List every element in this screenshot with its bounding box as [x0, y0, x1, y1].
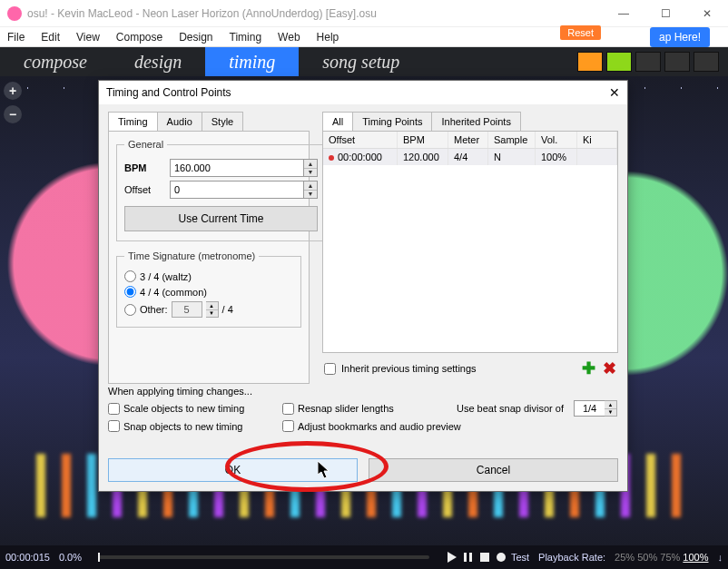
- timing-points-grid[interactable]: Offset BPM Meter Sample Vol. Ki 00:00:00…: [322, 131, 618, 353]
- col-vol[interactable]: Vol.: [536, 132, 577, 148]
- col-ki[interactable]: Ki: [577, 132, 617, 148]
- ts-other-radio[interactable]: [124, 304, 136, 316]
- points-tab-all[interactable]: All: [322, 112, 353, 131]
- combo-color-2[interactable]: [606, 52, 632, 72]
- app-icon: [7, 6, 22, 21]
- menu-help[interactable]: Help: [317, 31, 339, 44]
- general-fieldset: General BPM ▲▼ Offset: [116, 139, 326, 241]
- divisor-label: Use beat snap divisor of: [457, 403, 564, 414]
- col-bpm[interactable]: BPM: [398, 132, 448, 148]
- rate-100[interactable]: 100%: [683, 552, 708, 563]
- inherit-label: Inherit previous timing settings: [341, 363, 477, 374]
- combo-color-1[interactable]: [577, 52, 603, 72]
- adjust-bookmarks-checkbox[interactable]: [282, 420, 294, 432]
- rate-25[interactable]: 25%: [615, 552, 635, 563]
- resnap-sliders-checkbox[interactable]: [282, 403, 294, 415]
- status-bar: 00:00:015 0.0% Test Playback Rate: 25% 5…: [0, 545, 728, 569]
- col-sample[interactable]: Sample: [488, 132, 536, 148]
- menu-compose[interactable]: Compose: [116, 31, 162, 44]
- ts-44-label: 4 / 4 (common): [140, 287, 207, 298]
- divisor-input[interactable]: [574, 400, 605, 417]
- add-point-icon[interactable]: ✚: [582, 358, 595, 378]
- tab-timing[interactable]: timing: [205, 47, 299, 76]
- points-tab-inherited[interactable]: Inherited Points: [431, 112, 520, 131]
- dialog-close-button[interactable]: ✕: [609, 85, 620, 100]
- rate-75[interactable]: 75%: [660, 552, 680, 563]
- play-icon[interactable]: [446, 551, 458, 564]
- pause-icon[interactable]: [462, 551, 475, 564]
- points-tab-timing[interactable]: Timing Points: [352, 112, 432, 131]
- window-title: osu! - Kevin MacLeod - Neon Laser Horizo…: [27, 7, 377, 20]
- offset-spinner[interactable]: ▲▼: [303, 181, 318, 199]
- menu-design[interactable]: Design: [179, 31, 212, 44]
- divisor-spinner[interactable]: ▲▼: [605, 400, 617, 417]
- reset-button[interactable]: Reset: [560, 25, 601, 40]
- delete-point-icon[interactable]: ✖: [603, 358, 616, 378]
- scale-objects-checkbox[interactable]: [108, 403, 120, 415]
- offset-label: Offset: [124, 184, 164, 195]
- ok-button[interactable]: OK: [108, 458, 358, 482]
- ts-other-spinner[interactable]: ▲▼: [206, 301, 219, 318]
- tab-song-setup[interactable]: song setup: [299, 47, 423, 76]
- bpm-input[interactable]: [170, 159, 303, 177]
- dlg-tab-timing[interactable]: Timing: [108, 112, 158, 131]
- editor-mode-tabs: compose design timing song setup: [0, 47, 728, 76]
- when-applying-label: When applying timing changes...: [108, 386, 618, 397]
- menu-view[interactable]: View: [76, 31, 100, 44]
- dlg-tab-style[interactable]: Style: [202, 112, 243, 131]
- svg-point-3: [497, 553, 506, 562]
- timing-point-row[interactable]: 00:00:000 120.000 4/4 N 100%: [323, 149, 617, 165]
- status-time: 00:00:015: [5, 552, 50, 563]
- svg-rect-1: [469, 553, 472, 562]
- rate-50[interactable]: 50%: [637, 552, 657, 563]
- resnap-sliders-label: Resnap slider lengths: [298, 403, 394, 414]
- tab-design[interactable]: design: [111, 47, 205, 76]
- adjust-bookmarks-label: Adjust bookmarks and audio preview: [298, 421, 461, 432]
- dlg-tab-audio[interactable]: Audio: [157, 112, 202, 131]
- bpm-spinner[interactable]: ▲▼: [303, 159, 318, 177]
- rate-down-icon[interactable]: ↓: [718, 552, 723, 563]
- combo-color-3[interactable]: [635, 52, 661, 72]
- menu-web[interactable]: Web: [278, 31, 300, 44]
- window-titlebar: osu! - Kevin MacLeod - Neon Laser Horizo…: [0, 0, 728, 27]
- window-close-button[interactable]: ✕: [686, 0, 728, 27]
- col-meter[interactable]: Meter: [448, 132, 488, 148]
- window-minimize-button[interactable]: —: [603, 0, 644, 27]
- time-signature-fieldset: Time Signature (metronome) 3 / 4 (waltz)…: [116, 250, 301, 328]
- combo-color-5[interactable]: [694, 52, 719, 72]
- bpm-label: BPM: [124, 162, 164, 173]
- tab-compose[interactable]: compose: [0, 47, 111, 76]
- seek-bar[interactable]: [98, 555, 429, 559]
- menu-edit[interactable]: Edit: [41, 31, 60, 44]
- stop-icon[interactable]: [478, 551, 491, 564]
- svg-rect-2: [480, 553, 489, 562]
- ts-legend: Time Signature (metronome): [124, 250, 259, 261]
- snap-objects-label: Snap objects to new timing: [123, 421, 242, 432]
- inherit-checkbox[interactable]: [324, 363, 336, 375]
- cancel-button[interactable]: Cancel: [369, 458, 618, 482]
- zoom-in-button[interactable]: +: [4, 82, 22, 100]
- ts-34-label: 3 / 4 (waltz): [140, 271, 192, 282]
- timing-control-points-dialog: Timing and Control Points ✕ Timing Audio…: [98, 80, 628, 492]
- combo-color-4[interactable]: [664, 52, 690, 72]
- menu-timing[interactable]: Timing: [230, 31, 262, 44]
- ts-44-radio[interactable]: [124, 286, 136, 298]
- menu-bar: File Edit View Compose Design Timing Web…: [0, 27, 728, 47]
- status-percent: 0.0%: [59, 552, 82, 563]
- ts-other-label: Other:: [140, 304, 168, 315]
- menu-file[interactable]: File: [7, 31, 25, 44]
- use-current-time-button[interactable]: Use Current Time: [124, 206, 318, 231]
- ts-other-input: [172, 301, 202, 318]
- scale-objects-label: Scale objects to new timing: [123, 403, 244, 414]
- col-offset[interactable]: Offset: [323, 132, 398, 148]
- general-legend: General: [124, 139, 167, 150]
- record-icon[interactable]: [495, 551, 507, 564]
- test-button[interactable]: Test: [511, 552, 529, 563]
- snap-here-button[interactable]: ap Here!: [650, 27, 710, 47]
- offset-input[interactable]: [170, 181, 303, 199]
- window-maximize-button[interactable]: ☐: [644, 0, 686, 27]
- zoom-out-button[interactable]: −: [4, 105, 22, 123]
- snap-objects-checkbox[interactable]: [108, 420, 120, 432]
- ts-34-radio[interactable]: [124, 270, 136, 282]
- uninherited-dot-icon: [329, 155, 334, 161]
